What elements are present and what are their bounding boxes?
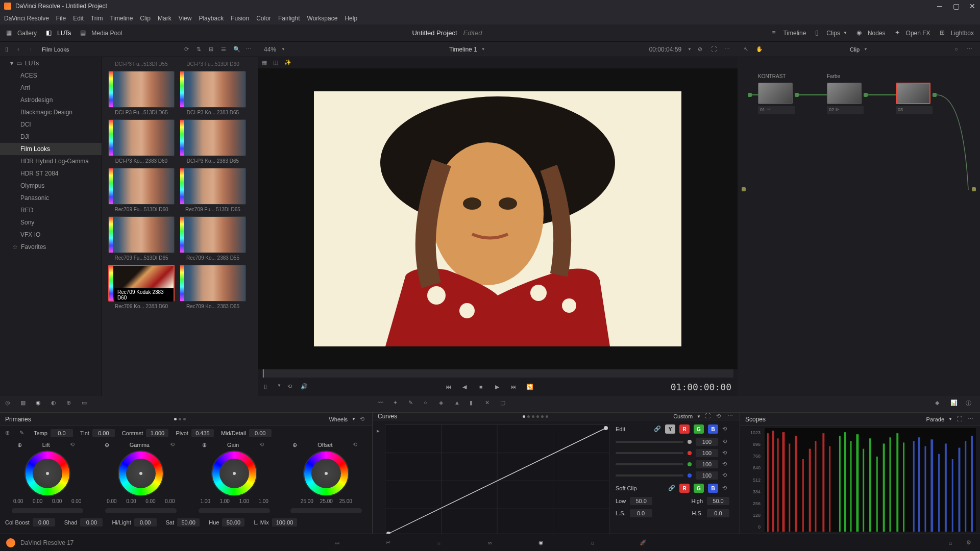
highlight-icon[interactable]: ✨ [284, 59, 291, 66]
close-button[interactable]: ✕ [969, 3, 976, 10]
split-icon[interactable]: ◫ [273, 59, 280, 66]
timeline-button[interactable]: ≡Timeline [772, 29, 806, 37]
image-wipe-icon[interactable]: ▦ [262, 59, 269, 66]
mediapool-button[interactable]: ▤Media Pool [80, 29, 122, 37]
deliver-page-icon[interactable]: 🚀 [638, 538, 648, 548]
node-output[interactable] [972, 187, 976, 191]
lut-tree-item[interactable]: HDR Hybrid Log-Gamma [0, 155, 102, 167]
lift-master-slider[interactable] [12, 508, 83, 513]
wheel-value[interactable]: 0.00 [142, 498, 159, 504]
picker-icon[interactable]: ✎ [19, 430, 27, 437]
sc-r-button[interactable]: R [679, 484, 690, 493]
scopes-options-icon[interactable]: ⋯ [968, 416, 975, 423]
wheel-value[interactable]: 0.00 [68, 498, 85, 504]
lut-tree-item[interactable]: Blackmagic Design [0, 106, 102, 118]
lut-thumbnail[interactable]: Rec709 Fu... 513DI D65 [180, 168, 246, 212]
clip-label[interactable]: Clip [850, 46, 860, 53]
hue-value[interactable]: 50.00 [222, 518, 244, 527]
high-value[interactable]: 50.0 [707, 497, 729, 505]
lut-thumbnail[interactable]: DCI-P3 Ko... 2383 D65 [180, 71, 246, 115]
tracking-icon[interactable]: ◈ [439, 399, 448, 409]
clip-timecode[interactable]: 00:00:04:59 [649, 46, 681, 53]
lut-tree-item[interactable]: DCI [0, 118, 102, 131]
menu-help[interactable]: Help [345, 15, 357, 22]
wheel-value[interactable]: 0.00 [162, 498, 178, 504]
lut-thumbnail[interactable]: Rec709 Kodak 2383 D60Rec709 Ko... 2383 D… [108, 265, 175, 309]
cut-page-icon[interactable]: ✂ [383, 538, 393, 548]
menu-playback[interactable]: Playback [199, 15, 224, 22]
offset-master-slider[interactable] [290, 508, 362, 513]
stop-button[interactable]: ■ [476, 382, 485, 391]
curves-icon[interactable]: 〰 [378, 399, 387, 409]
curve-handle-icon[interactable]: ▸ [377, 428, 380, 434]
lut-thumbnail-grid[interactable]: DCI-P3 Fu...513DI D55 DCI-P3 Fu...513DI … [102, 57, 258, 396]
info-icon[interactable]: ⓘ [966, 399, 975, 409]
zoom-dropdown-icon[interactable]: ▼ [281, 47, 285, 52]
pointer-icon[interactable]: ↖ [744, 46, 751, 53]
first-frame-button[interactable]: ⏮ [444, 382, 453, 391]
magic-mask-icon[interactable]: ▲ [454, 399, 463, 409]
y-channel-button[interactable]: Y [665, 424, 675, 434]
scopes-expand-icon[interactable]: ⛶ [957, 416, 964, 423]
lut-thumbnail[interactable]: DCI-P3 Ko... 2383 D65 [180, 119, 246, 164]
hdr-icon[interactable]: ◐ [51, 399, 60, 409]
wheels-mode[interactable]: Wheels [329, 416, 348, 422]
grid-view-icon[interactable]: ⊞ [209, 46, 216, 53]
lut-thumbnail[interactable]: Rec709 Fu...513DI D65 [108, 216, 175, 261]
gamma-color-wheel[interactable] [118, 450, 164, 496]
middetail-value[interactable]: 0.00 [249, 429, 272, 437]
minimize-button[interactable]: ─ [936, 3, 943, 10]
wheel-value[interactable]: 0.00 [49, 498, 65, 504]
node-input[interactable] [748, 93, 752, 97]
hand-icon[interactable]: ✋ [756, 46, 763, 53]
lut-tree-item[interactable]: VFX IO [0, 229, 102, 241]
wheel-reset-icon[interactable]: ⟲ [170, 441, 177, 448]
media-page-icon[interactable]: ▭ [332, 538, 342, 548]
motion-icon[interactable]: ▭ [82, 399, 91, 409]
play-reverse-button[interactable]: ◀ [460, 382, 469, 391]
window-icon[interactable]: ○ [424, 399, 433, 409]
mark-in-icon[interactable]: ▯ [264, 383, 271, 390]
maximize-button[interactable]: ▢ [952, 3, 960, 10]
wheel-value[interactable]: 1.00 [255, 498, 272, 504]
scopes-mode[interactable]: Parade [926, 416, 944, 422]
lut-tree-item[interactable]: Arri [0, 82, 102, 94]
viewer-canvas[interactable] [258, 68, 738, 369]
list-view-icon[interactable]: ☰ [221, 46, 228, 53]
wheel-value[interactable]: 25.00 [318, 498, 334, 504]
reset-icon[interactable]: ⟲ [360, 416, 367, 423]
lut-thumbnail[interactable]: DCI-P3 Ko... 2383 D60 [108, 119, 175, 164]
lut-thumbnail[interactable]: Rec709 Fu...513DI D60 [108, 168, 175, 212]
key-icon[interactable]: ✕ [485, 399, 494, 409]
color-match-icon[interactable]: ▦ [20, 399, 30, 409]
timeline-dropdown-icon[interactable]: ▼ [481, 47, 485, 52]
edit-page-icon[interactable]: ≡ [434, 538, 444, 548]
lut-tree-item[interactable]: HDR ST 2084 [0, 167, 102, 180]
wheel-value[interactable]: 0.00 [104, 498, 120, 504]
menu-fusion[interactable]: Fusion [231, 15, 249, 22]
node-03[interactable]: 03 [896, 83, 933, 114]
lmix-value[interactable]: 100.00 [272, 518, 298, 527]
r-channel-button[interactable]: R [679, 424, 690, 434]
wheel-reset-icon[interactable]: ⟲ [353, 441, 360, 448]
color-page-icon[interactable]: ◉ [536, 538, 546, 548]
wheel-picker-icon[interactable]: ⊕ [105, 442, 109, 448]
settings-icon[interactable]: ⚙ [964, 538, 974, 548]
fairlight-page-icon[interactable]: ♫ [587, 538, 597, 548]
viewer-timecode[interactable]: 01:00:00:00 [671, 382, 731, 392]
ls-value[interactable]: 0.0 [630, 509, 652, 517]
lightbox-button[interactable]: ⊞Lightbox [940, 29, 974, 37]
curves-options-icon[interactable]: ⋯ [727, 413, 734, 420]
sat-value[interactable]: 50.00 [177, 518, 200, 527]
temp-value[interactable]: 0.0 [51, 429, 73, 437]
openfx-button[interactable]: ✦Open FX [895, 29, 930, 37]
mute-icon[interactable]: 🔊 [301, 383, 308, 390]
node-02[interactable]: Farbe 02 ⊪ [827, 83, 864, 114]
nodes-panel[interactable]: KONTRAST 01 〰 Farbe 02 ⊪ 03 [738, 57, 980, 396]
menu-timeline[interactable]: Timeline [110, 15, 133, 22]
search-icon[interactable]: 🔍 [233, 46, 240, 53]
wheel-value[interactable]: 25.00 [299, 498, 315, 504]
node-zoom-slider[interactable]: ○ [954, 46, 962, 53]
luts-button[interactable]: ◧LUTs [46, 29, 71, 37]
wheel-value[interactable]: 1.00 [216, 498, 233, 504]
